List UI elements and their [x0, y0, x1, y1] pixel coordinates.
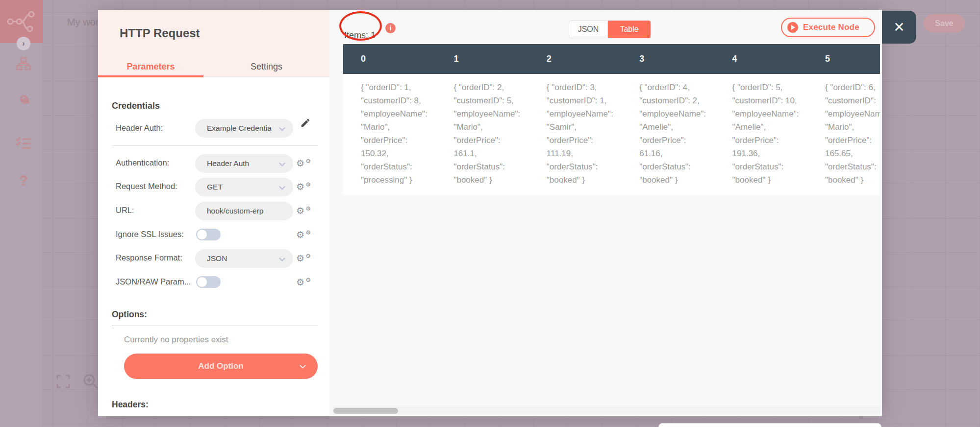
save-button-label: Save [935, 19, 953, 28]
column-header-5: 5 [807, 44, 880, 74]
json-raw-param-label: JSON/RAW Param... [116, 277, 191, 286]
response-format-value: JSON [207, 254, 227, 263]
column-header-1: 1 [436, 44, 528, 74]
key-icon [16, 95, 31, 109]
execute-node-label: Execute Node [803, 23, 859, 32]
sidebar-item-workflows[interactable] [15, 55, 32, 72]
divider [112, 326, 318, 326]
annotation-circle [339, 11, 382, 41]
pencil-icon [300, 118, 311, 128]
fullscreen-icon [56, 374, 71, 389]
authentication-label: Authentication: [116, 158, 169, 167]
chevron-down-icon [300, 362, 306, 369]
question-mark-icon: ? [19, 172, 28, 189]
url-input[interactable]: hook/custom-erp [195, 202, 293, 220]
column-header-0: 0 [343, 44, 436, 74]
sidebar-item-credentials[interactable] [15, 94, 32, 110]
url-value: hook/custom-erp [207, 207, 263, 215]
chevron-down-icon [279, 184, 285, 190]
divider [112, 145, 318, 146]
column-header-4: 4 [715, 44, 807, 74]
zoom-in-button[interactable] [82, 373, 99, 392]
authentication-value: Header Auth [207, 159, 249, 168]
sidebar-item-help[interactable]: ? [15, 172, 32, 189]
sitemap-icon [16, 56, 31, 71]
result-table-header: 012345 [343, 44, 880, 74]
close-modal-button[interactable]: ✕ [882, 11, 916, 44]
execute-node-button[interactable]: Execute Node [781, 18, 875, 37]
request-method-select[interactable]: GET [195, 178, 293, 196]
tab-parameters[interactable]: Parameters [98, 58, 203, 75]
chevron-right-icon: › [22, 39, 25, 48]
json-raw-param-settings-button[interactable]: ⚙⚙ [296, 278, 311, 287]
options-section-heading: Options: [112, 309, 147, 320]
chevron-down-icon [279, 160, 285, 166]
sidebar-item-executions[interactable] [15, 135, 32, 152]
column-header-2: 2 [529, 44, 622, 74]
info-icon[interactable]: i [385, 23, 396, 33]
tab-settings[interactable]: Settings [203, 58, 329, 75]
url-settings-button[interactable]: ⚙⚙ [296, 206, 311, 215]
chevron-down-icon [279, 255, 285, 261]
authentication-settings-button[interactable]: ⚙⚙ [296, 159, 311, 168]
json-raw-param-toggle[interactable] [196, 276, 221, 288]
node-title: HTTP Request [120, 26, 200, 40]
sidebar-collapse-button[interactable]: › [17, 37, 30, 50]
table-cell-0: { "orderID": 1,"customerID": 8,"employee… [343, 74, 436, 195]
toggle-knob [197, 277, 207, 287]
request-method-settings-button[interactable]: ⚙⚙ [296, 182, 311, 191]
header-auth-value: Example Credentia [207, 124, 272, 133]
chevron-down-icon [279, 125, 285, 131]
request-method-value: GET [207, 183, 223, 191]
table-cell-1: { "orderID": 2,"customerID": 5,"employee… [436, 74, 528, 195]
view-table-button[interactable]: Table [608, 21, 651, 38]
app-canvas: › [0, 0, 980, 427]
options-empty-text: Currently no properties exist [124, 335, 228, 345]
checklist-icon [16, 137, 31, 150]
column-header-3: 3 [622, 44, 714, 74]
bottom-cutoff-panel [658, 423, 881, 427]
sidebar: › [0, 0, 43, 427]
header-auth-label: Header Auth: [116, 123, 163, 133]
zoom-to-fit-button[interactable] [56, 374, 71, 391]
table-cell-4: { "orderID": 5,"customerID": 10,"employe… [715, 74, 807, 195]
header-auth-select[interactable]: Example Credentia [195, 119, 293, 138]
active-tab-underline [98, 75, 203, 77]
table-cell-2: { "orderID": 3,"customerID": 1,"employee… [529, 74, 622, 195]
url-label: URL: [116, 206, 134, 215]
add-option-label: Add Option [198, 361, 244, 371]
node-detail-modal: HTTP Request Parameters Settings Credent… [98, 10, 882, 416]
table-cell-3: { "orderID": 4,"customerID": 2,"employee… [622, 74, 714, 195]
response-format-label: Response Format: [116, 253, 182, 262]
request-method-label: Request Method: [116, 182, 177, 191]
headers-section-heading: Headers: [112, 400, 149, 410]
table-cell-5: { "orderID": 6,"customerID":"employeeNam… [807, 74, 880, 195]
close-icon: ✕ [893, 19, 905, 35]
credentials-section-heading: Credentials [112, 101, 160, 111]
result-hscroll-thumb[interactable] [333, 408, 398, 414]
add-option-button[interactable]: Add Option [124, 354, 318, 379]
edit-credential-button[interactable] [300, 118, 311, 130]
view-json-button[interactable]: JSON [569, 21, 608, 38]
result-table-body: { "orderID": 1,"customerID": 8,"employee… [343, 74, 880, 195]
view-toggle: JSON Table [569, 21, 651, 38]
response-format-settings-button[interactable]: ⚙⚙ [296, 254, 311, 263]
ignore-ssl-settings-button[interactable]: ⚙⚙ [296, 230, 311, 239]
ignore-ssl-label: Ignore SSL Issues: [116, 230, 184, 239]
play-icon [787, 22, 798, 33]
result-hscroll-track [333, 407, 880, 415]
toggle-knob [197, 230, 207, 239]
ignore-ssl-toggle[interactable] [196, 229, 221, 240]
response-format-select[interactable]: JSON [195, 249, 293, 268]
authentication-select[interactable]: Header Auth [195, 154, 293, 173]
n8n-logo-icon [7, 10, 36, 33]
save-button[interactable]: Save [924, 14, 965, 32]
zoom-in-icon [82, 373, 99, 390]
